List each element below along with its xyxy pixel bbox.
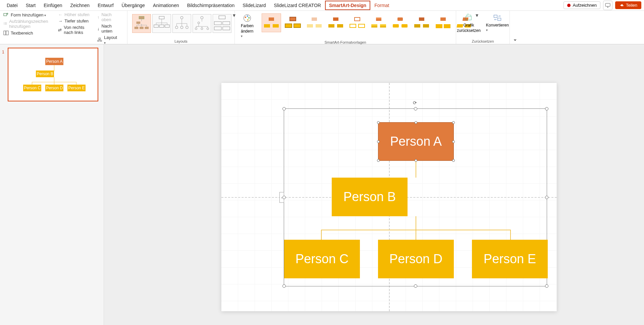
text-area-button[interactable]: Textbereich <box>3 30 52 36</box>
present-mode-button[interactable] <box>603 1 612 10</box>
tab-animationen[interactable]: Animationen <box>149 1 183 10</box>
svg-point-36 <box>247 15 248 17</box>
resize-handle[interactable] <box>414 284 417 288</box>
svg-rect-51 <box>355 17 360 21</box>
org-node-c[interactable]: Person C <box>284 240 360 278</box>
tab-uebergaenge[interactable]: Übergänge <box>118 1 149 10</box>
resize-handle[interactable] <box>282 107 286 110</box>
add-bullet-label: Aufzählungszeichen hinzufügen <box>9 19 52 29</box>
svg-rect-11 <box>139 16 144 19</box>
change-colors-button[interactable]: Farben ändern <box>238 12 256 40</box>
ribbon: Form hinzufügen Aufzählungszeichen hinzu… <box>0 11 644 44</box>
style-option-6[interactable] <box>369 13 388 32</box>
svg-rect-63 <box>440 17 446 21</box>
style-option-3[interactable] <box>305 13 324 32</box>
tab-zeichnen[interactable]: Zeichnen <box>66 1 94 10</box>
svg-point-2 <box>4 22 4 23</box>
resize-handle[interactable] <box>545 196 548 199</box>
svg-rect-50 <box>337 24 343 28</box>
resize-handle[interactable] <box>282 284 286 288</box>
slide-thumbnail-1[interactable]: Person A Person B Person C Person D Pers… <box>8 48 98 101</box>
group-label-styles: SmartArt-Formatvorlagen <box>238 40 452 44</box>
svg-rect-59 <box>401 24 408 28</box>
resize-handle[interactable] <box>545 107 548 110</box>
tab-datei[interactable]: Datei <box>3 1 22 10</box>
svg-point-26 <box>195 28 197 30</box>
tab-slidelizard[interactable]: SlideLizard <box>238 1 270 10</box>
style-option-1[interactable] <box>262 13 281 32</box>
ribbon-collapse-button[interactable]: ⌄ <box>510 11 520 44</box>
layout-option-1[interactable] <box>132 14 151 33</box>
svg-rect-61 <box>414 24 420 28</box>
record-button[interactable]: Aufzeichnen <box>564 1 600 9</box>
rotate-handle-icon[interactable]: ⟳ <box>413 100 417 105</box>
layout-option-4[interactable] <box>193 14 211 33</box>
svg-rect-53 <box>359 24 365 28</box>
svg-rect-69 <box>466 16 471 20</box>
style-option-4[interactable] <box>326 13 345 32</box>
layout-icon <box>97 37 102 43</box>
org-node-d[interactable]: Person D <box>378 240 454 278</box>
demote-button[interactable]: → Tiefer stufen <box>58 18 91 24</box>
svg-rect-9 <box>98 40 99 42</box>
style-option-2[interactable] <box>283 13 303 32</box>
resize-handle[interactable] <box>414 107 417 110</box>
tab-format[interactable]: Format <box>370 1 393 10</box>
add-shape-icon <box>3 12 9 17</box>
text-area-label: Textbereich <box>11 31 33 36</box>
tab-start[interactable]: Start <box>22 1 40 10</box>
svg-point-25 <box>198 22 200 24</box>
share-button[interactable]: Teilen <box>615 1 641 9</box>
style-option-5[interactable] <box>347 13 367 32</box>
svg-rect-46 <box>307 24 313 28</box>
tab-slidelizard-creator[interactable]: SlideLizard CREATOR <box>270 1 325 10</box>
svg-rect-45 <box>312 17 317 21</box>
group-label-reset: Zurücksetzen <box>460 39 506 43</box>
org-node-e[interactable]: Person E <box>472 240 548 278</box>
org-node-b[interactable]: Person B <box>332 178 408 216</box>
style-option-9[interactable] <box>433 13 453 32</box>
layout-option-3[interactable] <box>172 14 191 33</box>
tab-entwurf[interactable]: Entwurf <box>94 1 117 10</box>
reset-l2: zurücksetzen <box>457 28 481 33</box>
svg-rect-32 <box>214 27 221 30</box>
record-icon <box>567 4 571 7</box>
svg-point-28 <box>207 28 209 30</box>
reset-graphic-button[interactable]: Grafik zurücksetzen <box>454 12 483 34</box>
resize-handle[interactable] <box>545 284 548 288</box>
smartart-frame[interactable]: ⟳ ‹ Person A <box>284 108 547 286</box>
style-option-8[interactable] <box>412 13 431 32</box>
org-node-a[interactable]: Person A <box>378 122 454 161</box>
style-option-7[interactable] <box>390 13 410 32</box>
convert-label: Konvertieren <box>486 23 509 32</box>
svg-point-4 <box>4 24 4 25</box>
tab-praesentation[interactable]: Bildschirmpräsentation <box>183 1 239 10</box>
convert-button[interactable]: Konvertieren <box>483 12 512 34</box>
group-label-layouts: Layouts <box>131 39 231 43</box>
resize-handle[interactable] <box>282 196 286 199</box>
layout-option-2[interactable] <box>152 14 171 33</box>
svg-point-21 <box>175 26 178 29</box>
svg-rect-70 <box>494 15 497 17</box>
textarea-icon <box>3 30 9 36</box>
svg-rect-42 <box>290 17 296 21</box>
svg-rect-17 <box>154 25 159 28</box>
svg-rect-16 <box>159 16 164 19</box>
reset-icon <box>464 13 473 22</box>
org-node-a-label: Person A <box>390 134 442 149</box>
add-shape-button[interactable]: Form hinzufügen <box>3 12 52 17</box>
svg-rect-39 <box>269 17 274 21</box>
layout-dropdown[interactable]: Layout <box>97 35 118 45</box>
arrow-right-icon: → <box>58 18 62 24</box>
move-down-button[interactable]: ↓ Nach unten <box>97 24 118 34</box>
tab-einfuegen[interactable]: Einfügen <box>40 1 66 10</box>
add-shape-label: Form hinzufügen <box>11 12 46 17</box>
chevron-down-icon: ⌄ <box>513 36 517 42</box>
svg-rect-57 <box>397 17 403 21</box>
layout-option-5[interactable] <box>213 14 231 33</box>
slide-1[interactable]: ⟳ ‹ Person A <box>221 83 557 311</box>
rtl-button[interactable]: ⇄ Von rechts nach links <box>58 25 91 35</box>
slide-canvas[interactable]: ⟳ ‹ Person A <box>104 44 644 325</box>
tab-smartart-design[interactable]: SmartArt-Design <box>325 1 370 10</box>
swap-icon: ⇄ <box>58 28 62 33</box>
